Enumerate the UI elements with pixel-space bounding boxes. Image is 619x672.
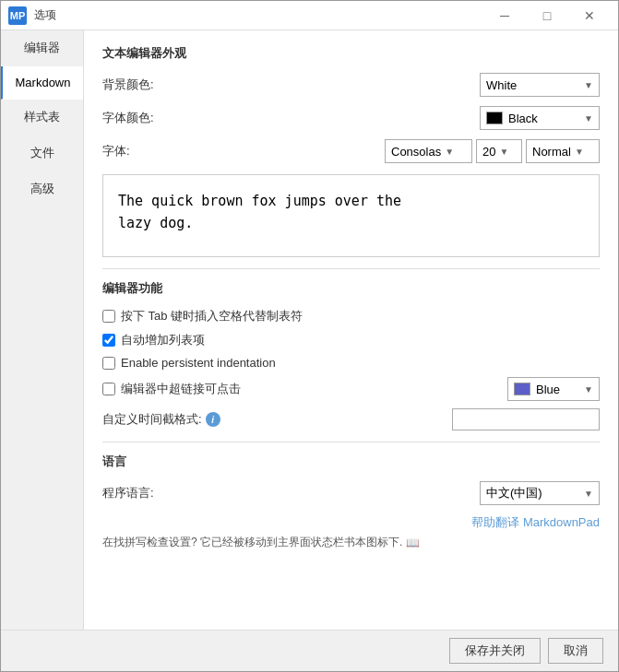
auto-list-checkbox[interactable] bbox=[102, 334, 115, 347]
date-format-row: 自定义时间截格式: i bbox=[102, 408, 600, 430]
checkbox3-label: Enable persistent indentation bbox=[121, 356, 276, 370]
checkbox4-row: 编辑器中超链接可点击 Blue ▼ bbox=[102, 377, 600, 401]
language-control: 中文(中国) ▼ bbox=[167, 481, 600, 505]
bg-color-label: 背景颜色: bbox=[102, 77, 167, 93]
font-name-dropdown[interactable]: Consolas ▼ bbox=[385, 139, 472, 163]
clickable-links-checkbox[interactable] bbox=[102, 383, 115, 395]
language-label: 程序语言: bbox=[102, 485, 167, 501]
divider1 bbox=[102, 268, 600, 269]
chevron-down-icon: ▼ bbox=[584, 384, 593, 395]
font-row: 字体: Consolas ▼ 20 ▼ Normal ▼ bbox=[102, 139, 600, 163]
checkbox2-row: 自动增加列表项 bbox=[102, 332, 600, 348]
editor-features-title: 编辑器功能 bbox=[102, 280, 600, 297]
language-value: 中文(中国) bbox=[486, 485, 580, 501]
tab-spaces-checkbox[interactable] bbox=[102, 310, 115, 323]
font-size-dropdown[interactable]: 20 ▼ bbox=[476, 139, 522, 163]
bottom-bar: 保存并关闭 取消 bbox=[1, 630, 618, 671]
font-selectors: Consolas ▼ 20 ▼ Normal ▼ bbox=[385, 139, 600, 163]
font-preview: The quick brown fox jumps over the lazy … bbox=[102, 174, 600, 257]
window-controls: ─ □ ✕ bbox=[483, 1, 611, 30]
help-translate-link-row: 帮助翻译 MarkdownPad bbox=[102, 514, 600, 531]
font-label: 字体: bbox=[102, 143, 167, 159]
black-color-swatch bbox=[486, 112, 503, 124]
font-control: Consolas ▼ 20 ▼ Normal ▼ bbox=[167, 139, 600, 163]
sidebar-item-stylesheet[interactable]: 样式表 bbox=[1, 100, 83, 136]
maximize-button[interactable]: □ bbox=[526, 1, 568, 30]
minimize-button[interactable]: ─ bbox=[483, 1, 526, 30]
sidebar-item-markdown[interactable]: Markdown bbox=[1, 66, 83, 100]
blue-color-swatch bbox=[514, 383, 530, 395]
info-icon[interactable]: i bbox=[206, 412, 220, 427]
title-bar: MP 选项 ─ □ ✕ bbox=[1, 1, 618, 30]
sidebar-item-editor[interactable]: 编辑器 bbox=[1, 30, 83, 66]
checkbox3-row: Enable persistent indentation bbox=[102, 356, 600, 370]
language-section: 语言 程序语言: 中文(中国) ▼ 帮助翻译 MarkdownPad 在找拼写检… bbox=[102, 454, 600, 550]
checkbox2-label: 自动增加列表项 bbox=[121, 332, 205, 348]
bg-color-value: White bbox=[486, 78, 580, 92]
checkbox4-label: 编辑器中超链接可点击 bbox=[121, 381, 507, 397]
chevron-down-icon: ▼ bbox=[445, 147, 454, 157]
font-color-control: Black ▼ bbox=[167, 106, 600, 130]
preview-line1: The quick brown fox jumps over the bbox=[118, 190, 584, 212]
settings-panel: 文本编辑器外观 背景颜色: White ▼ 字体颜色: Black bbox=[84, 30, 618, 630]
close-button[interactable]: ✕ bbox=[568, 1, 611, 30]
bg-color-dropdown[interactable]: White ▼ bbox=[480, 73, 600, 97]
app-icon: MP bbox=[8, 6, 27, 25]
main-content: 编辑器 Markdown 样式表 文件 高级 文本编辑器外观 背景颜色: bbox=[1, 30, 618, 630]
language-dropdown[interactable]: 中文(中国) ▼ bbox=[480, 481, 600, 505]
appearance-section-title: 文本编辑器外观 bbox=[102, 45, 600, 62]
font-style-dropdown[interactable]: Normal ▼ bbox=[526, 139, 600, 163]
chevron-down-icon: ▼ bbox=[584, 80, 593, 90]
checkbox1-label: 按下 Tab 键时插入空格代替制表符 bbox=[121, 308, 303, 324]
chevron-down-icon: ▼ bbox=[584, 489, 593, 499]
chevron-down-icon: ▼ bbox=[584, 113, 593, 124]
link-color-value: Blue bbox=[536, 383, 580, 396]
sidebar-item-advanced[interactable]: 高级 bbox=[1, 171, 83, 207]
persistent-indent-checkbox[interactable] bbox=[102, 357, 115, 370]
help-translate-link[interactable]: 帮助翻译 MarkdownPad bbox=[471, 515, 600, 529]
language-row: 程序语言: 中文(中国) ▼ bbox=[102, 481, 600, 505]
options-window: MP 选项 ─ □ ✕ 编辑器 Markdown 样式表 文件 高级 bbox=[0, 0, 619, 672]
link-color-dropdown[interactable]: Blue ▼ bbox=[507, 377, 600, 401]
divider2 bbox=[102, 442, 600, 442]
font-style-value: Normal bbox=[532, 145, 571, 159]
save-close-button[interactable]: 保存并关闭 bbox=[449, 638, 541, 664]
sidebar-item-file[interactable]: 文件 bbox=[1, 136, 83, 171]
cancel-button[interactable]: 取消 bbox=[548, 638, 603, 664]
font-color-label: 字体颜色: bbox=[102, 110, 167, 126]
font-name-value: Consolas bbox=[391, 145, 441, 159]
bg-color-row: 背景颜色: White ▼ bbox=[102, 73, 600, 97]
font-color-dropdown[interactable]: Black ▼ bbox=[480, 106, 600, 130]
date-format-label: 自定义时间截格式: i bbox=[102, 411, 220, 428]
checkbox1-row: 按下 Tab 键时插入空格代替制表符 bbox=[102, 308, 600, 324]
sidebar: 编辑器 Markdown 样式表 文件 高级 bbox=[1, 30, 84, 630]
bg-color-control: White ▼ bbox=[167, 73, 600, 97]
font-color-value: Black bbox=[508, 112, 580, 125]
font-size-value: 20 bbox=[482, 145, 495, 159]
window-title: 选项 bbox=[34, 7, 483, 23]
date-format-input[interactable] bbox=[452, 408, 600, 430]
spell-check-note: 在找拼写检查设置? 它已经被移动到主界面状态栏书本图标下. 📖 bbox=[102, 535, 600, 550]
chevron-down-icon: ▼ bbox=[575, 147, 584, 157]
chevron-down-icon: ▼ bbox=[499, 147, 508, 157]
font-color-row: 字体颜色: Black ▼ bbox=[102, 106, 600, 130]
book-icon: 📖 bbox=[406, 536, 420, 549]
language-section-title: 语言 bbox=[102, 454, 600, 470]
preview-line2: lazy dog. bbox=[118, 212, 584, 234]
